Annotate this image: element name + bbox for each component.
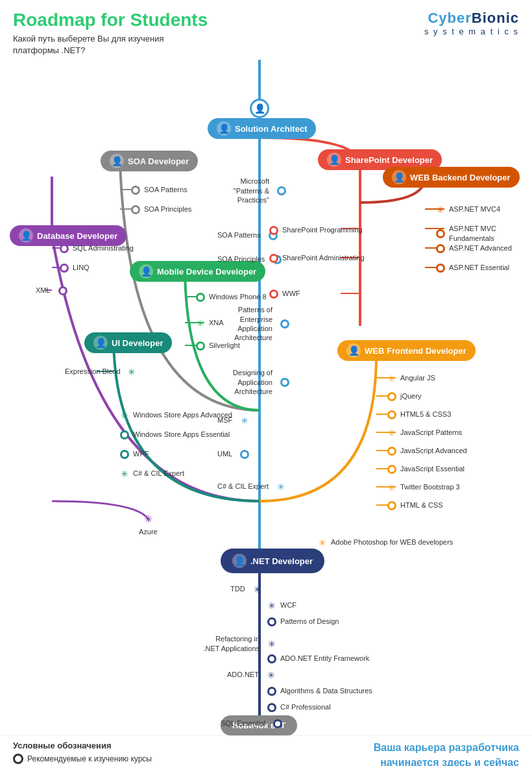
sql-essential-node: SQL Essential (221, 719, 282, 728)
csharp-prof-circle (267, 703, 276, 712)
xml-circle (58, 286, 67, 295)
wcf-node: ✳ WCF (267, 600, 296, 610)
aspnet-mvc-fund-node: ASP.NET MVC Fundamentals (436, 224, 532, 243)
soa-patterns-soa-node: SOA Patterns (131, 185, 187, 194)
adobe-photoshop-node: ✳ Adobe Photoshop for WEB developers (318, 537, 453, 547)
js-essential-circle (387, 465, 396, 474)
aspnet-mvc-fund-circle (436, 229, 445, 238)
solution-architect-icon: 👤 (217, 121, 231, 136)
xml-node: XML (36, 286, 67, 295)
legend-recommended: Рекомендуемые к изучению курсы (13, 754, 152, 764)
patterns-enterprise-node: Patterns of Enterprise Application Archi… (217, 305, 289, 342)
logo: CyberBionic s y s t e m a t i c s (424, 10, 519, 36)
windows-store-advanced-node: ✳ Windows Store Apps Advanced (120, 410, 232, 419)
adobe-star: ✳ (318, 538, 327, 547)
twitter-bootstrap-node: ✳ Twitter Bootstrap 3 (387, 482, 460, 491)
title-block: Roadmap for Students Какой путь выберете… (13, 10, 208, 56)
sql-essential-circle (273, 719, 282, 728)
aspnet-essential-node: ASP.NET Essential (436, 263, 509, 272)
recommended-icon (13, 754, 23, 764)
sharepoint-programming-node: SharePoint Programming (269, 225, 363, 234)
windows-phone-node: Windows Phone 8 (196, 292, 267, 301)
jquery-node: jQuery (387, 391, 421, 401)
aspnet-advanced-node: ASP.NET Advanced (436, 243, 512, 253)
angular-star: ✳ (387, 374, 396, 383)
algorithms-node: Algorithms & Data Structures (267, 686, 372, 695)
aspnet-mvc4-star: ✳ (436, 205, 445, 214)
msf-node: ✳ MSF (217, 415, 249, 425)
aspnet-mvc4-node: ✳ ASP.NET MVC4 (436, 204, 500, 214)
sharepoint-icon: 👤 (327, 153, 341, 167)
msf-star: ✳ (240, 416, 249, 425)
js-advanced-circle (387, 447, 396, 456)
logo-systematics: s y s t e m a t i c s (424, 27, 519, 36)
ms-patterns-node: Microsoft "Patterns & Practices" (217, 177, 286, 204)
angular-js-node: ✳ Angular JS (387, 373, 435, 382)
soa-principles-circle (131, 205, 140, 214)
uml-circle (240, 450, 249, 459)
web-backend-badge: 👤 WEB Backend Developer (383, 167, 520, 188)
refactoring-star: ✳ (267, 639, 276, 649)
page-header: Roadmap for Students Какой путь выберете… (0, 0, 532, 60)
windows-phone-circle (196, 293, 205, 302)
logo-cyberbionic: CyberBionic (424, 10, 519, 27)
html5-circle (387, 410, 396, 419)
roadmap-diagram: 👤 Solution Architect 👤 👤 SharePoint Deve… (0, 60, 532, 741)
twitter-star: ✳ (387, 483, 396, 492)
adonet-node: ✳ ADO.NET (227, 670, 276, 679)
net-dev-icon: 👤 (232, 554, 247, 568)
wwf-node: WWF (269, 289, 300, 298)
mobile-developer-badge: 👤 Mobile Device Developer (130, 261, 265, 282)
solution-architect-avatar: 👤 (250, 99, 269, 118)
subtitle: Какой путь выберете Вы для изучения плат… (13, 33, 208, 56)
adonet-entity-circle (267, 654, 276, 663)
js-patterns-star: ✳ (387, 428, 396, 438)
page-title: Roadmap for Students (13, 10, 208, 31)
sharepoint-prog-circle (269, 226, 278, 235)
patterns-design-node: Patterns of Design (267, 617, 339, 626)
sql-administrating-circle (60, 244, 69, 253)
soa-principles-soa-node: SOA Principles (131, 204, 191, 214)
linq-circle (60, 264, 69, 273)
net-developer-badge: 👤 .NET Developer (221, 549, 324, 573)
mobile-icon: 👤 (139, 264, 153, 278)
silverlight-circle (196, 341, 205, 351)
sql-administrating-node: SQL Administrating (60, 243, 134, 253)
js-advanced-node: JavaScript Advanced (387, 446, 467, 455)
aspnet-advanced-circle (436, 244, 445, 253)
designing-app-node: Designing of Application Architecture (217, 368, 289, 396)
azure-star: ✳ (143, 514, 152, 523)
tdd-node: ✳ TDD (230, 584, 262, 593)
web-frontend-badge: 👤 WEB Frontend Developer (337, 340, 476, 361)
wwf-circle (269, 290, 278, 299)
azure-node: ✳ Azure (139, 514, 158, 536)
expression-blend-star: ✳ (127, 367, 136, 377)
csharp-cil-left-node: ✳ C# & CIL Expert (120, 469, 184, 478)
aspnet-essential-circle (436, 264, 445, 273)
algorithms-circle (267, 687, 276, 696)
adonet-star: ✳ (267, 671, 276, 680)
sharepoint-admin-node: SharePoint Administrating (269, 253, 365, 262)
footer-text: Ваша карьера разработчика начинается зде… (374, 741, 519, 766)
js-patterns-node: ✳ JavaScript Patterns (387, 428, 462, 437)
ms-patterns-circle (277, 186, 286, 195)
windows-store-essential-circle (120, 430, 129, 439)
soa-patterns-circle (131, 186, 140, 195)
soa-developer-badge: 👤 SOA Developer (101, 151, 198, 171)
js-essential-node: JavaScript Essential (387, 464, 465, 473)
wpf-circle (120, 450, 129, 459)
soa-icon: 👤 (110, 154, 124, 168)
ui-developer-badge: 👤 UI Developer (84, 332, 172, 353)
csharp-professional-node: C# Professional (267, 702, 331, 711)
expression-blend-node: ✳ Expression Blend (65, 367, 136, 376)
ui-icon: 👤 (93, 336, 108, 350)
db-icon: 👤 (19, 229, 33, 243)
sharepoint-admin-circle (269, 254, 278, 263)
patterns-enterprise-circle (280, 319, 289, 328)
jquery-circle (387, 392, 396, 401)
linq-node: LINQ (60, 263, 90, 272)
soa-patterns-center-node: SOA Patterns (217, 230, 278, 240)
legend: Условные обозначения Рекомендуемые к изу… (13, 741, 152, 766)
windows-store-advanced-star: ✳ (120, 411, 129, 420)
refactoring-node: ✳ Refactoring in .NET Applications (201, 634, 276, 653)
